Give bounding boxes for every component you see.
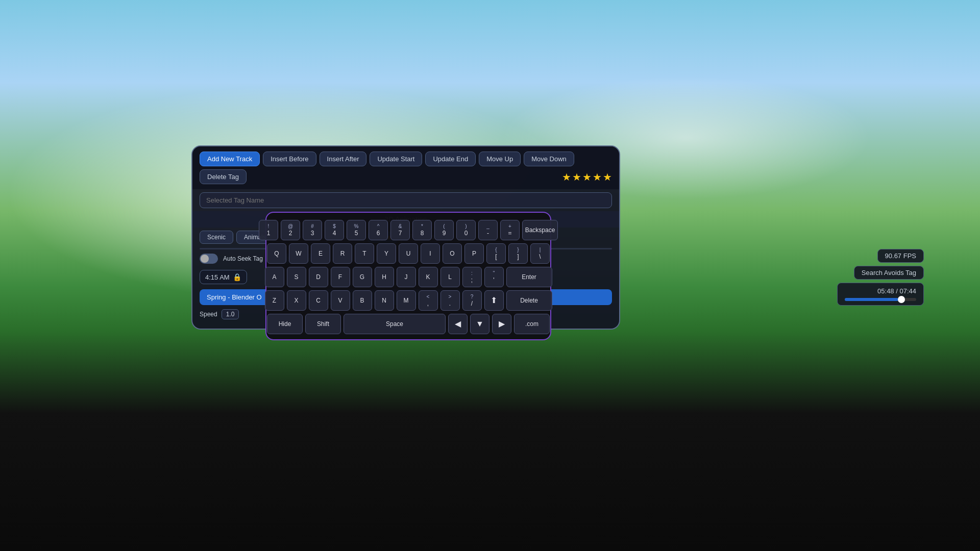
key-semicolon[interactable]: :;	[462, 267, 482, 287]
key-backslash[interactable]: |\	[530, 243, 550, 264]
move-up-button[interactable]: Move Up	[479, 152, 521, 166]
key-z[interactable]: Z	[265, 290, 284, 311]
key-space[interactable]: Space	[344, 314, 446, 334]
key-l[interactable]: L	[440, 267, 460, 287]
star-3[interactable]: ★	[582, 171, 592, 183]
keyboard-row-4: Z X C V B N M <, >. ?/ ⬆ Delete	[275, 290, 542, 311]
update-start-button[interactable]: Update Start	[370, 152, 422, 166]
key-shift[interactable]: Shift	[305, 314, 341, 334]
add-new-track-button[interactable]: Add New Track	[200, 152, 260, 166]
keyboard-row-5: Hide Shift Space ◀ ▼ ▶ .com	[275, 314, 542, 334]
key-8[interactable]: *8	[412, 220, 432, 240]
keyboard-panel: !1 @2 #3 $4 %5 ^6 &7 *8 (9 )0 _- += Back…	[265, 212, 551, 340]
auto-seek-label: Auto Seek Tag	[223, 255, 263, 262]
update-end-button[interactable]: Update End	[425, 152, 476, 166]
key-s[interactable]: S	[287, 267, 306, 287]
move-down-button[interactable]: Move Down	[524, 152, 574, 166]
key-t[interactable]: T	[355, 243, 374, 264]
key-period[interactable]: >.	[440, 290, 460, 311]
key-x[interactable]: X	[287, 290, 306, 311]
time-progress-text: 05:48 / 07:44	[877, 287, 916, 295]
key-p[interactable]: P	[464, 243, 484, 264]
key-k[interactable]: K	[419, 267, 438, 287]
search-avoids-label: Search Avoids Tag	[862, 269, 916, 277]
key-quote[interactable]: "'	[484, 267, 504, 287]
progress-bar[interactable]	[845, 298, 916, 301]
key-r[interactable]: R	[333, 243, 352, 264]
key-arrow-right[interactable]: ▶	[492, 314, 511, 334]
insert-after-button[interactable]: Insert After	[320, 152, 367, 166]
key-bracket-close[interactable]: }]	[508, 243, 528, 264]
key-i[interactable]: I	[421, 243, 440, 264]
star-rating: ★ ★ ★ ★ ★	[562, 171, 612, 183]
key-6[interactable]: ^6	[369, 220, 388, 240]
key-h[interactable]: H	[375, 267, 394, 287]
time-display: 4:15 AM 🔒	[200, 270, 247, 284]
fps-value: 90.67 FPS	[885, 252, 916, 260]
key-backspace[interactable]: Backspace	[522, 220, 558, 240]
key-n[interactable]: N	[375, 290, 394, 311]
key-delete[interactable]: Delete	[506, 290, 552, 311]
fps-display: 90.67 FPS	[877, 249, 924, 263]
key-g[interactable]: G	[353, 267, 372, 287]
progress-bar-fill	[845, 298, 898, 301]
star-5[interactable]: ★	[603, 171, 612, 183]
key-hide[interactable]: Hide	[267, 314, 303, 334]
key-arrow-down[interactable]: ▼	[470, 314, 489, 334]
key-0[interactable]: )0	[456, 220, 476, 240]
key-2[interactable]: @2	[281, 220, 300, 240]
key-enter[interactable]: Enter	[506, 267, 552, 287]
key-o[interactable]: O	[443, 243, 462, 264]
key-minus[interactable]: _-	[478, 220, 498, 240]
progress-knob[interactable]	[898, 296, 905, 303]
toolbar: Add New Track Insert Before Insert After…	[192, 146, 619, 189]
key-equals[interactable]: +=	[500, 220, 520, 240]
keyboard-row-3: A S D F G H J K L :; "' Enter	[275, 267, 542, 287]
tag-input-row	[192, 189, 619, 211]
star-2[interactable]: ★	[572, 171, 581, 183]
key-u[interactable]: U	[399, 243, 418, 264]
key-v[interactable]: V	[331, 290, 350, 311]
auto-seek-toggle[interactable]	[200, 254, 218, 264]
lock-icon: 🔒	[233, 273, 241, 281]
keyboard-row-2: Q W E R T Y U I O P {[ }] |\	[275, 243, 542, 264]
speed-value: 1.0	[222, 309, 239, 319]
toggle-knob	[201, 255, 209, 263]
key-bracket-open[interactable]: {[	[486, 243, 506, 264]
key-a[interactable]: A	[265, 267, 284, 287]
key-j[interactable]: J	[397, 267, 416, 287]
key-q[interactable]: Q	[267, 243, 286, 264]
key-9[interactable]: (9	[434, 220, 454, 240]
speed-label: Speed	[200, 311, 217, 318]
delete-tag-button[interactable]: Delete Tag	[200, 169, 247, 184]
key-f[interactable]: F	[331, 267, 350, 287]
key-arrow-left[interactable]: ◀	[448, 314, 468, 334]
insert-before-button[interactable]: Insert Before	[263, 152, 316, 166]
key-7[interactable]: &7	[390, 220, 410, 240]
key-m[interactable]: M	[397, 290, 416, 311]
key-e[interactable]: E	[311, 243, 330, 264]
key-slash[interactable]: ?/	[462, 290, 482, 311]
key-3[interactable]: #3	[303, 220, 322, 240]
key-shift[interactable]: ⬆	[484, 290, 504, 311]
keyboard-row-1: !1 @2 #3 $4 %5 ^6 &7 *8 (9 )0 _- += Back…	[275, 220, 542, 240]
star-4[interactable]: ★	[593, 171, 602, 183]
key-4[interactable]: $4	[325, 220, 344, 240]
key-1[interactable]: !1	[259, 220, 278, 240]
search-avoids-display: Search Avoids Tag	[854, 266, 924, 280]
tab-scenic-1[interactable]: Scenic	[200, 231, 233, 244]
key-c[interactable]: C	[309, 290, 328, 311]
right-panel: 90.67 FPS Search Avoids Tag 05:48 / 07:4…	[837, 249, 924, 306]
key-y[interactable]: Y	[377, 243, 396, 264]
star-1[interactable]: ★	[562, 171, 571, 183]
key-w[interactable]: W	[289, 243, 308, 264]
key-dotcom[interactable]: .com	[514, 314, 550, 334]
key-d[interactable]: D	[309, 267, 328, 287]
time-progress-panel: 05:48 / 07:44	[837, 283, 924, 306]
key-comma[interactable]: <,	[419, 290, 438, 311]
key-b[interactable]: B	[353, 290, 372, 311]
key-5[interactable]: %5	[347, 220, 366, 240]
tag-name-input[interactable]	[200, 192, 612, 208]
time-value: 4:15 AM	[205, 273, 230, 281]
